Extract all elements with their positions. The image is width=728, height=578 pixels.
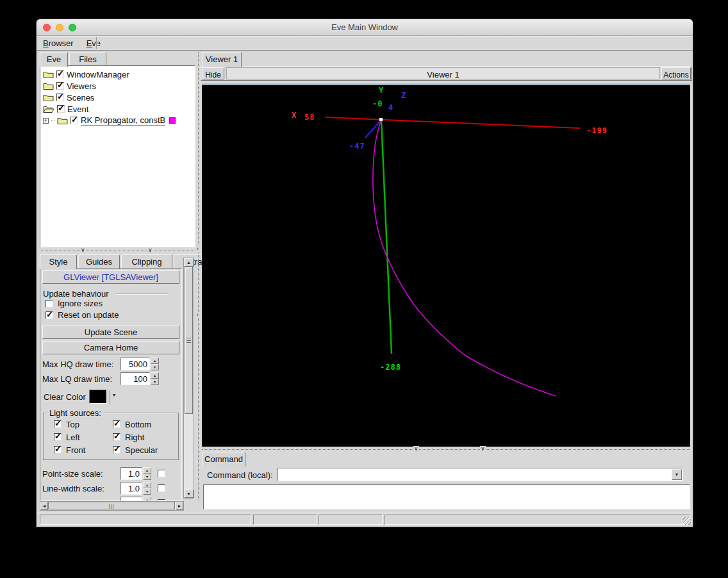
menu-eve[interactable]: Eve bbox=[80, 36, 107, 48]
spin-up-icon[interactable]: ▴ bbox=[151, 358, 159, 364]
splitter-down-arrow-icon[interactable]: ∨ bbox=[80, 247, 86, 253]
tree-item-label[interactable]: WindowManager bbox=[67, 70, 129, 79]
hscrollbar-thumb[interactable]: ||| bbox=[48, 502, 175, 509]
tree-item-label[interactable]: RK Propagator, constB bbox=[81, 115, 165, 126]
checkbox[interactable] bbox=[113, 446, 120, 454]
style-panel-vscrollbar[interactable]: ▲ ▼ bbox=[183, 258, 194, 499]
folder-icon[interactable] bbox=[43, 94, 54, 102]
splitter-right-arrow-icon[interactable]: › bbox=[196, 312, 199, 318]
titlebar[interactable]: Eve Main Window bbox=[37, 19, 693, 36]
folder-open-icon[interactable] bbox=[43, 105, 54, 113]
tree-item-label[interactable]: Event bbox=[67, 104, 88, 114]
checkbox[interactable] bbox=[56, 82, 64, 90]
spin-down-icon[interactable]: ▾ bbox=[143, 474, 151, 480]
spinner[interactable]: 1.0▴▾ bbox=[120, 482, 151, 495]
spin-up-icon[interactable]: ▴ bbox=[143, 482, 151, 488]
light-source-front[interactable]: Front bbox=[54, 445, 113, 454]
spin-up-icon[interactable]: ▴ bbox=[151, 372, 159, 379]
checkbox-row[interactable]: Ignore sizes bbox=[46, 299, 103, 308]
axis-value-label: -288 bbox=[380, 363, 401, 372]
spinner[interactable]: 1.0▴▾ bbox=[120, 497, 151, 501]
spinner-value[interactable]: 5000 bbox=[120, 358, 150, 370]
checkbox[interactable] bbox=[46, 300, 53, 308]
light-source-left[interactable]: Left bbox=[54, 433, 113, 442]
resize-grip-icon[interactable] bbox=[683, 517, 691, 525]
scroll-down-icon[interactable]: ▼ bbox=[184, 490, 194, 498]
tab-style[interactable]: Style bbox=[40, 254, 77, 269]
spin-down-icon[interactable]: ▾ bbox=[151, 379, 159, 385]
checkbox[interactable] bbox=[158, 484, 165, 492]
checkbox[interactable] bbox=[113, 420, 120, 428]
command-input-value bbox=[278, 470, 280, 479]
checkbox-row[interactable]: Reset on update bbox=[46, 310, 119, 320]
tree-row[interactable]: +RK Propagator, constB bbox=[40, 115, 195, 126]
folder-icon[interactable] bbox=[43, 70, 54, 79]
glviewer-button[interactable]: GLViewer [TGLSAViewer] bbox=[42, 270, 179, 284]
gl-viewport[interactable]: X58-199Y-0-288Z4-47 bbox=[202, 83, 690, 447]
checkbox[interactable] bbox=[56, 94, 64, 101]
spinner[interactable]: 5000▴▾ bbox=[120, 358, 159, 370]
tab-viewer-1[interactable]: Viewer 1 bbox=[202, 52, 242, 67]
actions-button[interactable]: Actions bbox=[661, 67, 691, 79]
clear-color-swatch[interactable] bbox=[89, 390, 107, 404]
command-input[interactable]: ▼ bbox=[277, 468, 683, 481]
checkbox[interactable] bbox=[54, 433, 62, 441]
tree-item-label[interactable]: Viewers bbox=[67, 81, 96, 91]
tree-item-label[interactable]: Scenes bbox=[67, 93, 94, 103]
expand-icon[interactable]: + bbox=[43, 118, 49, 124]
spinner[interactable]: 1.0▴▾ bbox=[120, 467, 151, 480]
light-source-specular[interactable]: Specular bbox=[113, 445, 173, 454]
color-swatch[interactable] bbox=[169, 117, 176, 124]
hide-button[interactable]: Hide bbox=[202, 67, 224, 79]
tab-command[interactable]: Command bbox=[202, 452, 245, 467]
command-output[interactable] bbox=[203, 484, 690, 509]
spin-up-icon[interactable]: ▴ bbox=[143, 467, 151, 474]
checkbox[interactable] bbox=[57, 105, 65, 113]
tab-guides[interactable]: Guides bbox=[78, 254, 120, 268]
light-source-right[interactable]: Right bbox=[113, 433, 173, 442]
camera-home-button[interactable]: Camera Home bbox=[42, 341, 179, 354]
tab-files[interactable]: Files bbox=[69, 52, 106, 66]
spinner-value[interactable]: 100 bbox=[120, 372, 150, 385]
folder-icon[interactable] bbox=[57, 117, 68, 125]
clear-color-dropdown-icon[interactable]: ▾ bbox=[110, 390, 115, 404]
checkbox[interactable] bbox=[113, 433, 120, 441]
splitter-down-arrow-icon[interactable]: ∨ bbox=[480, 446, 486, 452]
spinner-value[interactable]: 1.0 bbox=[120, 497, 142, 501]
chevron-down-icon[interactable]: ▼ bbox=[672, 469, 682, 480]
checkbox[interactable] bbox=[54, 446, 62, 454]
light-source-bottom[interactable]: Bottom bbox=[113, 420, 173, 429]
spin-down-icon[interactable]: ▾ bbox=[143, 488, 151, 495]
statusbar bbox=[37, 513, 693, 526]
tree-row[interactable]: Event bbox=[40, 103, 195, 115]
update-scene-button[interactable]: Update Scene bbox=[42, 326, 179, 339]
spinner-value[interactable]: 1.0 bbox=[120, 467, 142, 480]
tree-row[interactable]: Scenes bbox=[40, 92, 195, 103]
scroll-up-icon[interactable]: ▲ bbox=[184, 258, 194, 267]
menu-browser[interactable]: Browser bbox=[37, 36, 80, 48]
checkbox-label: Ignore sizes bbox=[58, 299, 103, 308]
spinner[interactable]: 100▴▾ bbox=[120, 372, 159, 385]
light-source-top[interactable]: Top bbox=[54, 420, 113, 429]
checkbox[interactable] bbox=[158, 470, 165, 477]
splitter-down-arrow-icon[interactable]: ∨ bbox=[147, 247, 153, 253]
scroll-right-icon[interactable]: ► bbox=[176, 502, 183, 510]
checkbox[interactable] bbox=[54, 420, 62, 428]
spinner-value[interactable]: 1.0 bbox=[120, 482, 142, 495]
style-panel-hscrollbar[interactable]: ◄ ||| ► bbox=[40, 501, 184, 511]
tab-eve[interactable]: Eve bbox=[40, 52, 68, 67]
splitter-down-arrow-icon[interactable]: ∨ bbox=[413, 446, 419, 452]
spin-up-icon[interactable]: ▴ bbox=[143, 497, 151, 501]
light-source-label: Left bbox=[66, 433, 80, 442]
tab-clipping[interactable]: Clipping bbox=[121, 254, 172, 268]
checkbox[interactable] bbox=[46, 311, 53, 319]
vscrollbar-thumb[interactable] bbox=[185, 267, 193, 414]
checkbox[interactable] bbox=[56, 70, 64, 78]
checkbox[interactable] bbox=[70, 117, 78, 124]
scroll-left-icon[interactable]: ◄ bbox=[40, 502, 48, 510]
spin-down-icon[interactable]: ▾ bbox=[151, 364, 159, 370]
folder-icon[interactable] bbox=[43, 82, 54, 90]
tree-row[interactable]: Viewers bbox=[40, 80, 195, 92]
splitter-right-arrow-icon[interactable]: › bbox=[196, 246, 199, 252]
tree-row[interactable]: WindowManager bbox=[40, 69, 195, 80]
